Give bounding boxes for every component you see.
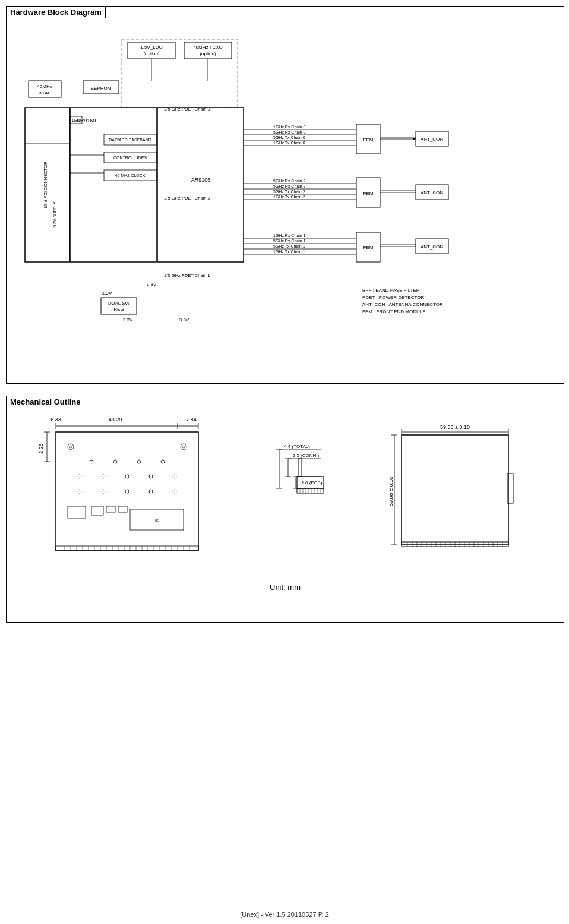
svg-text:ANT_CON: ANT_CON: [421, 137, 443, 142]
svg-text:6.33: 6.33: [50, 417, 61, 422]
unit-label: Unit: mm: [270, 583, 301, 592]
svg-text:59.60 ± 0.10: 59.60 ± 0.10: [440, 424, 470, 430]
hbd-content: 1.5V_LDO (option) 40MHz TCXO (option) EE…: [7, 7, 564, 383]
svg-point-121: [149, 490, 153, 493]
svg-text:1.5V_LDO: 1.5V_LDO: [140, 45, 162, 50]
svg-rect-124: [91, 506, 103, 515]
svg-text:BPF  : BAND PASS FILTER: BPF : BAND PASS FILTER: [362, 288, 420, 293]
svg-rect-100: [56, 432, 198, 551]
svg-text:XTAL: XTAL: [39, 90, 50, 96]
svg-text:3.3V: 3.3V: [123, 317, 133, 323]
svg-point-110: [113, 460, 117, 463]
block-diagram-svg: 1.5V_LDO (option) 40MHz TCXO (option) EE…: [12, 24, 558, 375]
mech-top-view: 6.33 43.20 7.84 2.26: [38, 414, 210, 571]
mech-diagrams-row: 6.33 43.20 7.84 2.26: [12, 414, 558, 571]
svg-text:IC: IC: [155, 519, 159, 522]
mechanical-outline-section: Mechanical Outline 6.33: [6, 396, 564, 623]
svg-text:50.08 ± 0.10: 50.08 ± 0.10: [390, 477, 394, 506]
page-container: Hardware Block Diagram 1.5V_LDO (option)…: [0, 0, 569, 924]
svg-text:2/5 GHz PDET Chain 1: 2/5 GHz PDET Chain 1: [164, 273, 210, 278]
svg-rect-169: [297, 488, 324, 493]
svg-text:1GHz Tx Chain 0: 1GHz Tx Chain 0: [273, 141, 305, 145]
svg-text:2.5 (CONN.): 2.5 (CONN.): [293, 453, 320, 458]
svg-text:1.8V: 1.8V: [147, 282, 157, 287]
svg-point-111: [137, 460, 141, 463]
svg-text:FEM: FEM: [363, 191, 374, 196]
hardware-block-diagram-section: Hardware Block Diagram 1.5V_LDO (option)…: [6, 6, 564, 384]
mech-side-view: 4.4 (TOTAL) 2.5 (CONN.) 1.0 (PCB): [261, 414, 339, 571]
svg-point-108: [182, 446, 185, 448]
svg-text:3.3V: 3.3V: [179, 317, 189, 323]
svg-point-107: [181, 444, 186, 450]
svg-text:5GHz Rx Chain 1: 5GHz Rx Chain 1: [273, 239, 306, 243]
svg-point-119: [102, 490, 105, 493]
page-footer: [Unex] - Ver 1.5 20110527 P. 2: [0, 911, 569, 918]
svg-text:1.2V: 1.2V: [102, 291, 112, 296]
svg-rect-126: [118, 506, 127, 512]
svg-text:FEM: FEM: [363, 245, 374, 250]
svg-rect-15: [157, 108, 244, 262]
svg-text:7.84: 7.84: [186, 417, 197, 422]
svg-text:3.3V SUPPLY: 3.3V SUPPLY: [53, 201, 57, 228]
svg-text:2/5 GHz PDET Chain 2: 2/5 GHz PDET Chain 2: [164, 195, 210, 201]
svg-text:ANT_CON: ANT_CON: [421, 244, 443, 250]
mech-front-view: 59.60 ± 0.10 50.08 ± 0.10: [390, 414, 532, 571]
svg-text:DAC/ADC BASEBAND: DAC/ADC BASEBAND: [109, 138, 151, 142]
svg-text:DUAL SW: DUAL SW: [108, 301, 130, 306]
svg-text:43.20: 43.20: [109, 417, 122, 422]
svg-rect-123: [68, 506, 86, 518]
svg-text:5GHz Tx Chain 2: 5GHz Tx Chain 2: [273, 190, 305, 194]
svg-text:1.0 (PCB): 1.0 (PCB): [301, 480, 322, 485]
svg-point-113: [78, 475, 81, 478]
svg-rect-168: [298, 459, 302, 477]
svg-text:1GHz Tx Chain 2: 1GHz Tx Chain 2: [273, 195, 305, 199]
svg-text:1GHz Rx Chain 0: 1GHz Rx Chain 0: [273, 125, 306, 129]
svg-text:PDET : POWER DETECTOR: PDET : POWER DETECTOR: [362, 295, 424, 300]
svg-text:(option): (option): [200, 51, 216, 56]
svg-text:Mini PCI CONNECTOR: Mini PCI CONNECTOR: [43, 161, 48, 208]
svg-rect-125: [106, 506, 115, 512]
svg-text:1GHz Rx Chain 1: 1GHz Rx Chain 1: [273, 234, 306, 238]
svg-text:4.4 (TOTAL): 4.4 (TOTAL): [284, 444, 310, 449]
svg-point-122: [173, 490, 176, 493]
svg-text:5GHz Rx Chain 2: 5GHz Rx Chain 2: [273, 184, 306, 188]
svg-rect-182: [402, 435, 508, 545]
svg-point-112: [161, 460, 165, 463]
svg-point-115: [125, 475, 129, 478]
svg-text:EEPROM: EEPROM: [91, 86, 112, 91]
svg-text:40MHz: 40MHz: [37, 84, 52, 89]
svg-point-118: [78, 490, 81, 493]
svg-text:5GHz Tx Chain 0: 5GHz Tx Chain 0: [273, 135, 305, 140]
svg-text:40 MHZ CLOCK: 40 MHZ CLOCK: [115, 174, 146, 178]
svg-text:5GHz Rx Chain 0: 5GHz Rx Chain 0: [273, 130, 306, 134]
svg-point-116: [149, 475, 153, 478]
svg-point-117: [173, 475, 176, 478]
svg-text:AR9106: AR9106: [191, 177, 211, 183]
svg-rect-129: [56, 546, 198, 551]
svg-text:CONTROL LINES: CONTROL LINES: [113, 156, 147, 160]
svg-point-106: [69, 446, 72, 448]
svg-text:(option): (option): [143, 51, 159, 56]
svg-point-109: [90, 460, 93, 463]
svg-text:FEM: FEM: [363, 137, 374, 143]
svg-text:40MHz TCXO: 40MHz TCXO: [193, 45, 223, 50]
mo-content: 6.33 43.20 7.84 2.26: [7, 396, 564, 622]
svg-text:2.26: 2.26: [38, 443, 44, 454]
svg-point-120: [125, 490, 129, 493]
svg-point-105: [68, 444, 74, 450]
top-view-svg: 6.33 43.20 7.84 2.26: [38, 414, 210, 569]
svg-rect-13: [70, 108, 156, 262]
svg-text:LED: LED: [72, 118, 80, 122]
svg-text:REG: REG: [113, 307, 124, 312]
footer-text: [Unex] - Ver 1.5 20110527 P. 2: [240, 911, 329, 918]
front-view-svg: 59.60 ± 0.10 50.08 ± 0.10: [390, 414, 532, 569]
svg-text:ANT_CON : ANTENNA CONNECTOR: ANT_CON : ANTENNA CONNECTOR: [362, 302, 443, 307]
svg-text:5GHz Rx Chain 2: 5GHz Rx Chain 2: [273, 179, 306, 183]
svg-text:FEM  : FRONT END MODULE: FEM : FRONT END MODULE: [362, 309, 426, 314]
svg-point-114: [102, 475, 105, 478]
svg-text:1GHz Tx Chain 1: 1GHz Tx Chain 1: [273, 250, 305, 254]
svg-text:ANT_CON: ANT_CON: [421, 190, 443, 195]
svg-text:5GHz Tx Chain 1: 5GHz Tx Chain 1: [273, 244, 305, 248]
side-view-svg: 4.4 (TOTAL) 2.5 (CONN.) 1.0 (PCB): [261, 414, 339, 569]
